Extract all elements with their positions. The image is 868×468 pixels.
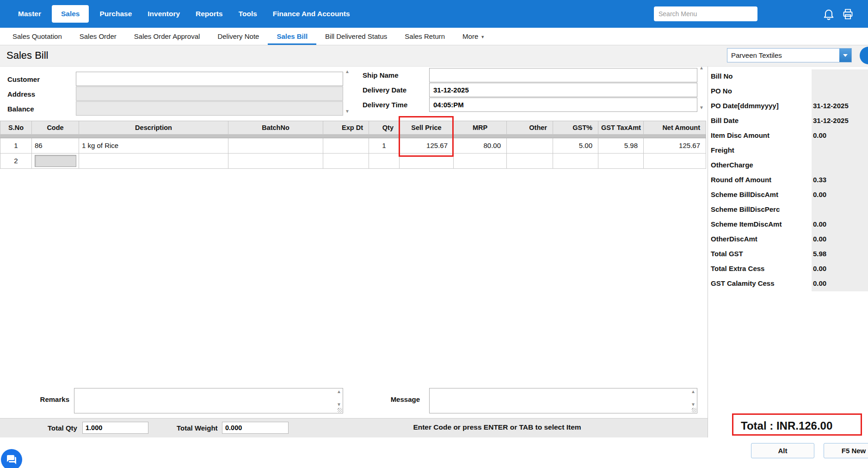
summary-row: Total Extra Cess0.00 [708,262,868,277]
tab-sales-bill[interactable]: Sales Bill [268,28,316,45]
summary-value[interactable]: 0.00 [812,277,868,291]
nav-item-inventory[interactable]: Inventory [140,0,188,28]
code-input[interactable] [35,155,76,167]
delivery-date-input[interactable] [429,83,697,97]
customer-input[interactable] [76,72,343,86]
cell-netamount[interactable] [644,154,706,168]
summary-value[interactable]: 5.98 [812,247,868,262]
resize-grip-icon[interactable] [692,408,696,413]
cell-mrp[interactable] [454,154,507,168]
scroll-up-icon[interactable]: ▲ [345,69,350,74]
remarks-label: Remarks [18,395,69,403]
summary-value[interactable] [812,84,868,99]
summary-label: Round off Amount [708,173,812,188]
printer-icon[interactable] [842,8,855,21]
summary-value[interactable] [812,143,868,158]
chevron-down-icon[interactable] [839,49,851,62]
delivery-time-input[interactable] [429,98,697,112]
message-textarea[interactable]: ▲ ▼ [429,388,697,413]
nav-item-tools[interactable]: Tools [231,0,265,28]
bell-icon[interactable] [822,7,835,20]
cell-qty[interactable]: 1 [369,138,400,153]
summary-row: Scheme ItemDiscAmt0.00 [708,217,868,232]
tab-sales-order-approval[interactable]: Sales Order Approval [125,28,209,45]
chevron-down-icon: ▼ [480,29,485,46]
summary-value[interactable]: 0.00 [812,188,868,203]
balance-label: Balance [7,105,34,113]
cell-batchno[interactable] [228,154,323,168]
message-label: Message [377,395,420,403]
remarks-textarea[interactable]: ▲ ▼ [74,388,343,413]
cell-other[interactable] [507,154,553,168]
scroll-down-icon[interactable]: ▼ [337,402,341,407]
summary-value[interactable]: 31-12-2025 [812,99,868,114]
f5-new-button[interactable]: F5 New [824,443,868,458]
total-qty-label: Total Qty [48,424,77,432]
total-weight-input[interactable] [222,422,289,434]
cell-expdt[interactable] [323,138,369,153]
nav-item-master[interactable]: Master [10,0,49,28]
cell-sno[interactable]: 1 [0,138,32,153]
tab-more[interactable]: More▼ [454,28,493,45]
summary-value[interactable] [812,203,868,217]
cell-sellprice[interactable] [400,154,454,168]
nav-item-finance-accounts[interactable]: Finance And Accounts [265,0,358,28]
summary-row: Scheme BillDiscPerc [708,203,868,217]
cell-code [32,154,79,168]
summary-value[interactable]: 0.00 [812,129,868,143]
address-input[interactable] [76,86,343,101]
summary-value[interactable]: 0.00 [812,232,868,247]
cell-gstpct[interactable]: 5.00 [553,138,598,153]
scroll-up-icon[interactable]: ▲ [337,389,341,394]
page-title: Sales Bill [6,49,48,62]
cell-batchno[interactable] [228,138,323,153]
tab-sales-quotation[interactable]: Sales Quotation [4,28,71,45]
nav-item-purchase[interactable]: Purchase [92,0,140,28]
scroll-down-icon[interactable]: ▼ [699,105,704,110]
summary-label: OtherDiscAmt [708,232,812,247]
summary-label: Scheme BillDiscPerc [708,203,812,217]
cell-expdt[interactable] [323,154,369,168]
scroll-down-icon[interactable]: ▼ [691,402,696,407]
cell-sellprice[interactable]: 125.67 [400,138,454,153]
cell-qty[interactable] [369,154,400,168]
cell-other[interactable] [507,138,553,153]
tab-delivery-note[interactable]: Delivery Note [209,28,268,45]
table-row: 1 86 1 kg of Rice 1 125.67 80.00 5.00 5.… [0,138,706,154]
nav-item-sales[interactable]: Sales [52,5,89,23]
cell-mrp[interactable]: 80.00 [454,138,507,153]
column-header-other: Other [507,121,553,134]
cell-code[interactable]: 86 [32,138,79,153]
cell-netamount[interactable]: 125.67 [644,138,706,153]
summary-row: PO No [708,84,868,99]
alt-button[interactable]: Alt [751,443,814,458]
summary-value[interactable] [812,69,868,84]
total-qty-input[interactable] [82,422,148,434]
scroll-up-icon[interactable]: ▲ [691,389,696,394]
company-selector[interactable]: Parveen Textiles [727,48,852,62]
tab-sales-return[interactable]: Sales Return [396,28,454,45]
tab-bill-delivered-status[interactable]: Bill Delivered Status [316,28,396,45]
summary-value[interactable] [812,158,868,173]
summary-value[interactable]: 0.00 [812,262,868,277]
nav-item-reports[interactable]: Reports [188,0,231,28]
summary-value[interactable]: 31-12-2025 [812,114,868,129]
cell-gsttaxamt[interactable]: 5.98 [598,138,644,153]
summary-value[interactable]: 0.00 [812,217,868,232]
items-table-header: S.No Code Description BatchNo Exp Dt Qty… [0,121,706,135]
summary-value[interactable]: 0.33 [812,173,868,188]
cell-sno[interactable]: 2 [0,154,32,168]
resize-grip-icon[interactable] [338,408,342,413]
grand-total-text: Total : INR.126.00 [741,419,832,432]
chat-button[interactable] [1,449,22,468]
balance-input[interactable] [76,101,343,116]
cell-gsttaxamt[interactable] [598,154,644,168]
search-input[interactable] [654,6,757,21]
cell-gstpct[interactable] [553,154,598,168]
ship-name-input[interactable] [429,68,697,82]
scroll-up-icon[interactable]: ▲ [699,66,704,70]
scroll-down-icon[interactable]: ▼ [345,109,350,114]
cell-description[interactable] [79,154,228,168]
tab-sales-order[interactable]: Sales Order [71,28,125,45]
cell-description[interactable]: 1 kg of Rice [79,138,228,153]
